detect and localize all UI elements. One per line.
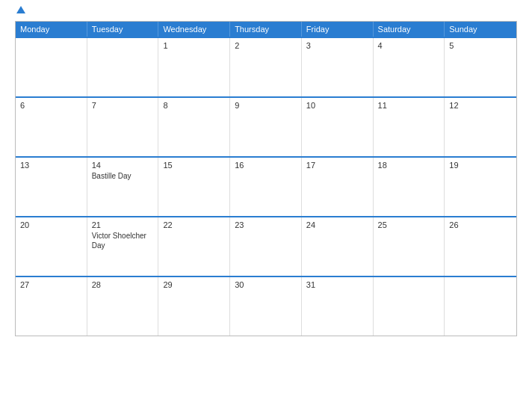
header-cell-tuesday: Tuesday: [87, 22, 159, 37]
day-number: 19: [449, 161, 512, 170]
header-cell-saturday: Saturday: [374, 22, 445, 37]
day-number: 15: [163, 161, 225, 170]
calendar-cell: 22: [158, 217, 230, 276]
day-number: 1: [163, 41, 225, 50]
header-cell-thursday: Thursday: [230, 22, 302, 37]
day-number: 14: [92, 161, 154, 170]
calendar-week-2: 6789101112: [16, 96, 516, 156]
day-number: 27: [20, 280, 82, 289]
logo-triangle-icon: [16, 6, 25, 13]
calendar: MondayTuesdayWednesdayThursdayFridaySatu…: [15, 21, 517, 336]
day-number: 12: [449, 101, 512, 110]
day-number: 17: [306, 161, 368, 170]
calendar-cell: 27: [16, 277, 87, 336]
calendar-cell: 21Victor Shoelcher Day: [87, 217, 159, 276]
logo: [15, 7, 25, 15]
calendar-week-1: 12345: [16, 37, 516, 96]
calendar-cell: 5: [445, 38, 516, 96]
day-number: 25: [378, 220, 440, 229]
calendar-cell: [87, 38, 159, 96]
calendar-cell: 1: [158, 38, 230, 96]
calendar-cell: 15: [158, 158, 230, 216]
day-number: 5: [449, 41, 512, 50]
calendar-cell: 20: [16, 217, 87, 276]
calendar-event: Bastille Day: [92, 171, 154, 181]
day-number: 24: [306, 220, 368, 229]
day-number: 20: [20, 220, 82, 229]
day-number: 13: [20, 161, 82, 170]
calendar-cell: 13: [16, 158, 87, 216]
calendar-cell: 7: [87, 98, 159, 156]
day-number: 3: [306, 41, 368, 50]
calendar-cell: 2: [230, 38, 302, 96]
day-number: 30: [235, 280, 297, 289]
calendar-cell: 4: [374, 38, 445, 96]
calendar-cell: 30: [230, 277, 302, 336]
day-number: 8: [163, 101, 225, 110]
calendar-cell: 17: [302, 158, 374, 216]
calendar-cell: 16: [230, 158, 302, 216]
day-number: 16: [235, 161, 297, 170]
calendar-body: 1234567891011121314Bastille Day151617181…: [16, 37, 516, 336]
calendar-cell: 14Bastille Day: [87, 158, 159, 216]
day-number: 29: [163, 280, 225, 289]
calendar-cell: 24: [302, 217, 374, 276]
day-number: 23: [235, 220, 297, 229]
calendar-cell: 18: [374, 158, 445, 216]
day-number: 18: [378, 161, 440, 170]
calendar-cell: 10: [302, 98, 374, 156]
day-number: 22: [163, 220, 225, 229]
calendar-cell: 26: [445, 217, 516, 276]
day-number: 2: [235, 41, 297, 50]
calendar-cell: [374, 277, 445, 336]
calendar-week-3: 1314Bastille Day1516171819: [16, 156, 516, 216]
day-number: 7: [92, 101, 154, 110]
calendar-cell: 19: [445, 158, 516, 216]
calendar-cell: 31: [302, 277, 374, 336]
calendar-cell: 23: [230, 217, 302, 276]
day-number: 11: [378, 101, 440, 110]
calendar-cell: [16, 38, 87, 96]
day-number: 4: [378, 41, 440, 50]
day-number: 21: [92, 220, 154, 229]
day-number: 28: [92, 280, 154, 289]
day-number: 9: [235, 101, 297, 110]
calendar-cell: 9: [230, 98, 302, 156]
calendar-cell: 12: [445, 98, 516, 156]
calendar-event: Victor Shoelcher Day: [92, 231, 154, 250]
calendar-cell: 11: [374, 98, 445, 156]
day-number: 10: [306, 101, 368, 110]
calendar-week-4: 2021Victor Shoelcher Day2223242526: [16, 216, 516, 276]
page: MondayTuesdayWednesdayThursdayFridaySatu…: [0, 0, 532, 411]
header-cell-monday: Monday: [16, 22, 87, 37]
day-number: 31: [306, 280, 368, 289]
calendar-cell: 28: [87, 277, 159, 336]
calendar-cell: 29: [158, 277, 230, 336]
calendar-cell: 8: [158, 98, 230, 156]
calendar-cell: [445, 277, 516, 336]
calendar-header-row: MondayTuesdayWednesdayThursdayFridaySatu…: [16, 22, 516, 37]
header-cell-sunday: Sunday: [445, 22, 516, 37]
day-number: 26: [449, 220, 512, 229]
calendar-cell: 3: [302, 38, 374, 96]
header-cell-friday: Friday: [302, 22, 374, 37]
day-number: 6: [20, 101, 82, 110]
calendar-cell: 6: [16, 98, 87, 156]
header: [15, 7, 517, 15]
calendar-cell: 25: [374, 217, 445, 276]
header-cell-wednesday: Wednesday: [158, 22, 230, 37]
calendar-week-5: 2728293031: [16, 276, 516, 336]
